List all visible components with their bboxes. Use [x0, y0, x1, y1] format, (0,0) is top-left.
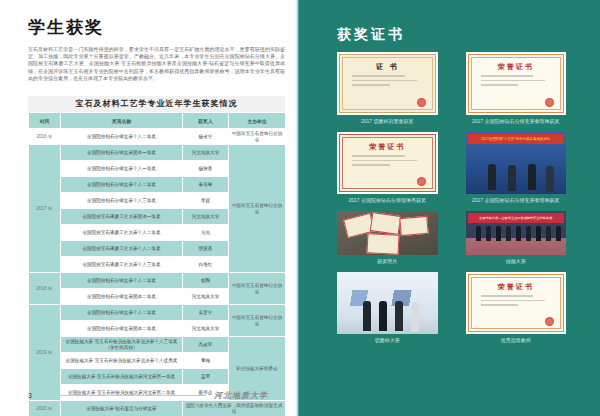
- table-title: 宝石及材料工艺学专业近年学生获奖情况: [28, 96, 285, 112]
- organizer-cell: 中国珠宝玉石首饰行业协会: [229, 145, 286, 273]
- photo-image: 2017全国院校“宁艺杯”钻石分级竞赛颁奖典礼: [466, 132, 567, 194]
- winner-cell: 杨旅香: [183, 161, 229, 177]
- photo-banner-text: 全国技能大赛—全国珠宝玉石检验制作职业技能竞赛: [468, 213, 565, 223]
- winner-cell: 郁陶: [183, 273, 229, 289]
- award-cell: 全国院校宝石琢磨工艺大赛个人三等奖: [61, 257, 183, 273]
- award-cell: 全国院校钻石分级竞赛个人三等奖: [61, 193, 183, 209]
- organizer-cell: 中国珠宝玉石首饰行业协会: [229, 305, 286, 337]
- award-cell: 全国院校钻石分级竞赛团体一等奖: [61, 145, 183, 161]
- thumbnail-caption: 技能大赛: [466, 258, 567, 265]
- winner-cell: 白络红: [183, 257, 229, 273]
- photo-thumbnail: 2017全国院校“宁艺杯”钻石分级竞赛颁奖典礼2017 全国院校钻石分级竞赛秦瑶…: [466, 132, 567, 211]
- organizer-cell: 中国珠宝玉石首饰行业协会: [229, 273, 286, 305]
- certificate-thumbnail: 荣誉证书2017 全国院校钻石分级竞赛秦瑶琳获奖: [466, 52, 567, 132]
- winner-cell: 高超军: [183, 337, 229, 353]
- award-cell: 全国技能大赛·钻石鉴定与分级竞赛: [61, 401, 183, 416]
- award-cell: 全国院校钻石分级竞赛个人二等奖: [61, 129, 183, 145]
- column-header: 时间: [29, 113, 61, 129]
- photo-thumbnail: 全国技能大赛—全国珠宝玉石检验制作职业技能竞赛技能大赛: [466, 211, 567, 272]
- left-page-footer: 3 河北地质大学: [28, 390, 268, 401]
- people-silhouettes: [476, 226, 481, 241]
- winner-cell: 明原基: [183, 241, 229, 257]
- certificate-image: 证 书: [337, 52, 438, 115]
- certificate-thumbnail: 证 书2017 切磨杯刘景春获奖: [337, 52, 438, 132]
- section-title: 获奖证书: [337, 26, 405, 44]
- winner-cell: 杨金宁: [183, 129, 229, 145]
- awards-table: 时间奖项名称获奖人主办单位2016 年全国院校钻石分级竞赛个人二等奖杨金宁中国珠…: [28, 112, 286, 416]
- year-cell: 2018 年: [29, 273, 61, 305]
- winner-cell: 河北地质大学: [183, 289, 229, 305]
- certificate-title: 荣誉证书: [469, 62, 564, 72]
- certificate-thumbnail: 荣誉证书2017 全国院校钻石分级琚琳冉获奖: [337, 132, 438, 211]
- thumbnail-caption: 优秀指导教师: [466, 337, 567, 344]
- thumbnail-caption: 2017 全国院校钻石分级竞赛秦瑶琳获奖: [466, 118, 567, 125]
- year-cell: 2019 年: [29, 305, 61, 401]
- thumbnail-caption: 2017 全国院校钻石分级琚琳冉获奖: [337, 197, 438, 204]
- certificate-image: 荣誉证书: [466, 52, 567, 115]
- column-header: 奖项名称: [61, 113, 183, 129]
- award-cell: 全国院校钻石分级竞赛个人二等奖: [61, 177, 183, 193]
- winner-cell: 蓝琴: [183, 369, 229, 385]
- footer-rule: [40, 395, 206, 396]
- table-row: 2016 年全国院校钻石分级竞赛个人二等奖杨金宁中国珠宝玉石首饰行业协会: [29, 129, 286, 145]
- table-row: 2020 年全国技能大赛·钻石鉴定与分级竞赛我院六名学生入围竞赛，因疫情影响取消…: [29, 401, 286, 416]
- photo-thumbnail: 切磨杯大赛: [337, 272, 438, 351]
- table-row: 全国技能大赛·宝玉石检验员技能大赛总决赛个人三等奖（学生组高校）高超军职业技能大…: [29, 337, 286, 353]
- winner-cell: 河北地质大学: [183, 209, 229, 225]
- winner-cell: 吴芝宁: [183, 305, 229, 321]
- award-cell: 全国院校宝石琢磨工艺大赛个人二等奖: [61, 241, 183, 257]
- certificate-image: 荣誉证书: [337, 132, 438, 194]
- table-row: 2017 年全国院校钻石分级竞赛团体一等奖河北地质大学中国珠宝玉石首饰行业协会: [29, 145, 286, 161]
- award-cell: 全国技能大赛·宝玉石检验员技能大赛总决赛个人优秀奖: [61, 353, 183, 369]
- year-cell: 2017 年: [29, 145, 61, 273]
- certificate-image: 荣誉证书: [466, 272, 567, 334]
- award-cell: 全国院校钻石分级竞赛团体二等奖: [61, 321, 183, 337]
- red-seal-icon: [545, 317, 554, 326]
- award-cell: 全国技能大赛·宝玉石检验员技能大赛总决赛个人三等奖（学生组高校）: [61, 337, 183, 353]
- award-cell: 全国院校宝石琢磨工艺大赛团体一等奖: [61, 209, 183, 225]
- photo-image: [337, 211, 438, 255]
- winner-cell: 河北地质大学: [183, 145, 229, 161]
- note-cell: 我院六名学生入围竞赛，因疫情影响取消暂无成绩: [183, 401, 286, 416]
- year-cell: 2020 年: [29, 401, 61, 416]
- column-header: 主办单位: [229, 113, 286, 129]
- thumbnail-caption: 切磨杯大赛: [337, 337, 438, 344]
- photo-thumbnail: 获奖照片: [337, 211, 438, 272]
- thumbnail-caption: 2017 全国院校钻石分级竞赛秦瑶琳获奖: [466, 197, 567, 204]
- right-page: 获奖证书 证 书2017 切磨杯刘景春获奖荣誉证书2017 全国院校钻石分级竞赛…: [299, 0, 600, 416]
- red-seal-icon: [417, 177, 426, 186]
- red-seal-icon: [417, 98, 426, 107]
- certificate-grid: 证 书2017 切磨杯刘景春获奖荣誉证书2017 全国院校钻石分级竞赛秦瑶琳获奖…: [337, 52, 566, 351]
- certificate-title: 荣誉证书: [340, 142, 435, 152]
- page-title: 学生获奖: [28, 16, 104, 39]
- award-cell: 全国院校宝石琢磨工艺大赛个人二等奖: [61, 225, 183, 241]
- winner-cell: 董梅: [183, 353, 229, 369]
- award-cell: 全国技能大赛·宝玉石检验员技能大赛河北赛区一等奖: [61, 369, 183, 385]
- page-number: 3: [28, 392, 32, 399]
- thumbnail-caption: 2017 切磨杯刘景春获奖: [337, 118, 438, 125]
- people-silhouettes: [363, 301, 371, 331]
- university-logo-text: 河北地质大学: [214, 390, 268, 401]
- winner-cell: 秦瑶琳: [183, 177, 229, 193]
- winner-cell: 李妮: [183, 193, 229, 209]
- table-row: 2018 年全国院校钻石分级竞赛个人二等奖郁陶中国珠宝玉石首饰行业协会: [29, 273, 286, 289]
- red-seal-icon: [545, 98, 554, 107]
- year-cell: 2016 年: [29, 129, 61, 145]
- photo-banner-text: 2017全国院校“宁艺杯”钻石分级竞赛颁奖典礼: [468, 134, 565, 144]
- photo-image: 全国技能大赛—全国珠宝玉石检验制作职业技能竞赛: [466, 211, 567, 255]
- people-silhouettes: [488, 164, 496, 190]
- thumbnail-caption: 获奖照片: [337, 258, 438, 265]
- photo-image: [337, 272, 438, 334]
- award-cell: 全国院校钻石分级竞赛个人二等奖: [61, 305, 183, 321]
- award-cell: 全国院校钻石分级竞赛个人二等奖: [61, 273, 183, 289]
- award-cell: 全国院校钻石分级竞赛个人一等奖: [61, 161, 183, 177]
- intro-paragraph: 宝石及材料工艺学是一门实践性很强的科学，要求学生不仅具有一定宝石矿物方面的理论水…: [28, 46, 285, 82]
- certificate-title: 证 书: [340, 62, 435, 72]
- winner-cell: 马光: [183, 225, 229, 241]
- certificate-title: 荣誉证书: [469, 282, 564, 292]
- column-header: 获奖人: [183, 113, 229, 129]
- table-row: 2019 年全国院校钻石分级竞赛个人二等奖吴芝宁中国珠宝玉石首饰行业协会: [29, 305, 286, 321]
- left-page: 学生获奖 宝石及材料工艺学是一门实践性很强的科学，要求学生不仅具有一定宝石矿物方…: [0, 0, 295, 416]
- winner-cell: 河北地质大学: [183, 321, 229, 337]
- certificate-thumbnail: 荣誉证书优秀指导教师: [466, 272, 567, 351]
